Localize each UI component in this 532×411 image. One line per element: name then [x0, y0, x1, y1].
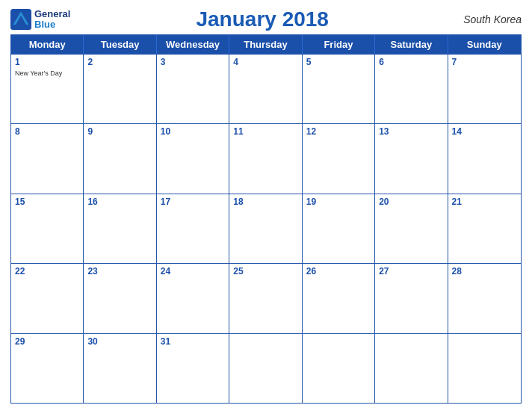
calendar-cell: 4	[229, 55, 302, 123]
calendar-cell: 15	[11, 194, 84, 263]
day-number: 12	[306, 126, 371, 137]
calendar-cell: 24	[157, 264, 229, 333]
calendar-cell: 14	[448, 124, 521, 193]
day-number: 21	[452, 197, 517, 207]
calendar-body: 1New Year's Day2345678910111213141516171…	[11, 54, 521, 403]
calendar-cell: 18	[229, 194, 302, 263]
calendar-week-4: 22232425262728	[11, 263, 521, 333]
day-number: 30	[87, 336, 152, 347]
calendar-cell: 3	[157, 55, 229, 123]
weekday-header-sunday: Sunday	[448, 35, 521, 54]
calendar-cell: 25	[229, 264, 302, 333]
day-number: 13	[379, 126, 443, 137]
calendar-cell: 26	[303, 264, 375, 333]
calendar-page: GeneralBlue January 2018 South Korea Mon…	[0, 0, 532, 411]
calendar-cell	[448, 334, 521, 403]
day-number: 1	[15, 57, 79, 67]
calendar-cell	[375, 334, 448, 403]
day-number: 10	[161, 126, 225, 137]
day-number: 3	[161, 57, 225, 67]
day-number: 18	[233, 197, 297, 207]
day-number: 4	[233, 57, 297, 67]
day-number: 6	[379, 57, 443, 67]
day-number: 31	[161, 336, 225, 347]
calendar-cell: 30	[84, 334, 156, 403]
calendar-cell: 12	[303, 124, 375, 193]
calendar-cell: 1New Year's Day	[11, 55, 84, 123]
calendar-cell: 20	[375, 194, 448, 263]
calendar-week-5: 293031	[11, 333, 521, 403]
day-number: 7	[452, 57, 517, 67]
weekday-header-saturday: Saturday	[375, 35, 448, 54]
calendar-cell: 2	[84, 55, 156, 123]
calendar-cell: 13	[375, 124, 448, 193]
calendar-cell	[303, 334, 375, 403]
top-bar: GeneralBlue January 2018 South Korea	[10, 7, 522, 31]
calendar-week-3: 15161718192021	[11, 194, 521, 263]
calendar-cell: 6	[375, 55, 448, 123]
day-number: 19	[306, 197, 371, 207]
calendar-cell: 11	[229, 124, 302, 193]
calendar-week-1: 1New Year's Day234567	[11, 54, 521, 123]
calendar-cell: 5	[303, 55, 375, 123]
day-number: 8	[15, 126, 79, 137]
month-title: January 2018	[70, 7, 454, 31]
day-number: 17	[161, 197, 225, 207]
weekday-header-tuesday: Tuesday	[84, 35, 156, 54]
weekday-header-friday: Friday	[303, 35, 375, 54]
day-number: 5	[306, 57, 371, 67]
day-number: 11	[233, 126, 297, 137]
calendar-cell: 22	[11, 264, 84, 333]
calendar-cell: 31	[157, 334, 229, 403]
day-number: 22	[15, 266, 79, 276]
general-blue-logo-icon	[10, 9, 31, 30]
calendar-cell: 9	[84, 124, 156, 193]
day-number: 27	[379, 266, 443, 276]
day-number: 28	[452, 266, 517, 276]
day-number: 14	[452, 126, 517, 137]
weekday-header-wednesday: Wednesday	[157, 35, 229, 54]
day-number: 20	[379, 197, 443, 207]
calendar-week-2: 891011121314	[11, 123, 521, 193]
calendar-cell: 19	[303, 194, 375, 263]
day-number: 29	[15, 336, 79, 347]
day-number: 2	[87, 57, 152, 67]
calendar-cell: 29	[11, 334, 84, 403]
calendar: MondayTuesdayWednesdayThursdayFridaySatu…	[10, 34, 522, 404]
logo-area: GeneralBlue	[10, 9, 70, 31]
weekday-header-monday: Monday	[11, 35, 84, 54]
calendar-cell: 16	[84, 194, 156, 263]
day-number: 25	[233, 266, 297, 276]
day-number: 9	[87, 126, 152, 137]
day-number: 15	[15, 197, 79, 207]
logo-text: GeneralBlue	[34, 9, 70, 31]
calendar-cell: 17	[157, 194, 229, 263]
calendar-cell: 7	[448, 55, 521, 123]
calendar-cell: 23	[84, 264, 156, 333]
calendar-cell: 10	[157, 124, 229, 193]
weekday-header-thursday: Thursday	[229, 35, 302, 54]
calendar-cell: 27	[375, 264, 448, 333]
calendar-header: MondayTuesdayWednesdayThursdayFridaySatu…	[11, 35, 521, 54]
day-number: 26	[306, 266, 371, 276]
calendar-cell: 8	[11, 124, 84, 193]
day-number: 23	[87, 266, 152, 276]
calendar-cell	[229, 334, 302, 403]
day-number: 16	[87, 197, 152, 207]
day-event: New Year's Day	[15, 69, 79, 78]
country-label: South Korea	[454, 13, 522, 25]
calendar-cell: 21	[448, 194, 521, 263]
day-number: 24	[161, 266, 225, 276]
calendar-cell: 28	[448, 264, 521, 333]
